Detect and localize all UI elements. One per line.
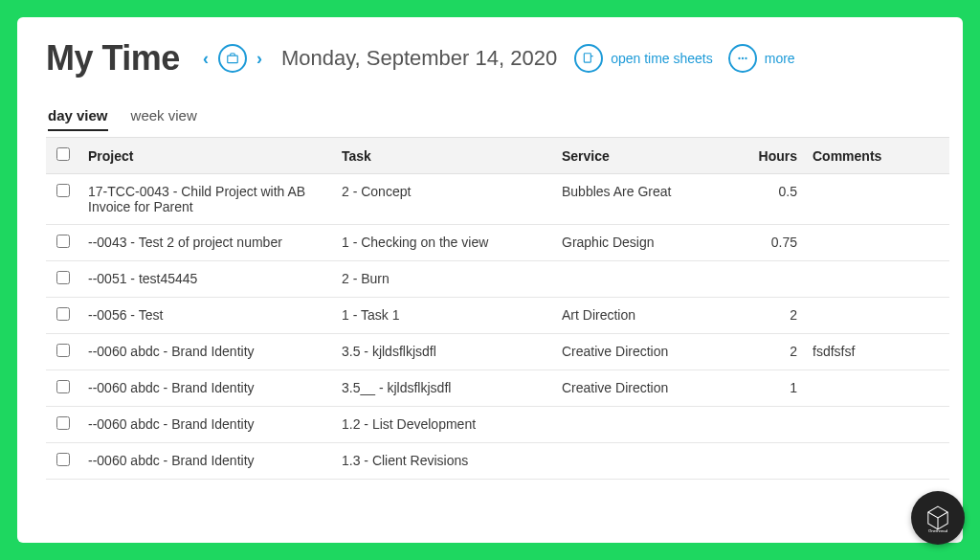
cell-project: --0060 abdc - Brand Identity xyxy=(80,334,334,370)
badge-text: Onethread xyxy=(928,528,948,533)
cell-hours: 2 xyxy=(746,298,805,334)
cell-project: --0060 abdc - Brand Identity xyxy=(80,407,334,443)
cell-task: 1 - Task 1 xyxy=(334,298,554,334)
row-checkbox[interactable] xyxy=(56,416,70,430)
more-icon xyxy=(736,52,749,65)
header-service[interactable]: Service xyxy=(554,138,746,174)
cell-service xyxy=(554,407,746,443)
row-checkbox[interactable] xyxy=(56,380,70,393)
cell-task: 3.5 - kjldsflkjsdfl xyxy=(334,334,554,370)
cell-comments xyxy=(805,174,949,225)
header-checkbox-cell xyxy=(46,138,80,174)
more-link[interactable]: more xyxy=(765,51,795,66)
header-comments[interactable]: Comments xyxy=(805,138,949,174)
cell-service xyxy=(554,261,746,298)
open-sheets-icon-button[interactable] xyxy=(574,44,603,73)
header-hours[interactable]: Hours xyxy=(746,138,805,174)
cell-task: 3.5__ - kjldsflkjsdfl xyxy=(334,370,554,407)
cell-service: Bubbles Are Great xyxy=(554,174,746,225)
svg-rect-1 xyxy=(584,54,590,62)
tab-week-view[interactable]: week view xyxy=(131,107,197,131)
cell-task: 1.3 - Client Revisions xyxy=(334,443,554,480)
sheet-icon xyxy=(582,52,595,65)
table-header-row: Project Task Service Hours Comments xyxy=(46,138,949,174)
table-row[interactable]: 17-TCC-0043 - Child Project with AB Invo… xyxy=(46,174,949,225)
table-row[interactable]: --0051 - test454452 - Burn xyxy=(46,261,949,298)
cell-comments xyxy=(805,225,949,261)
cell-comments xyxy=(805,443,949,480)
cell-project: --0060 abdc - Brand Identity xyxy=(80,443,334,480)
cell-hours xyxy=(746,407,805,443)
cell-service xyxy=(554,443,746,480)
row-checkbox[interactable] xyxy=(56,344,70,357)
header-task[interactable]: Task xyxy=(334,138,554,174)
select-all-checkbox[interactable] xyxy=(56,147,70,161)
row-checkbox[interactable] xyxy=(56,453,70,466)
svg-point-4 xyxy=(745,57,746,59)
table-row[interactable]: --0060 abdc - Brand Identity1.3 - Client… xyxy=(46,443,949,480)
svg-rect-0 xyxy=(228,56,238,63)
table-row[interactable]: --0043 - Test 2 of project number1 - Che… xyxy=(46,225,949,261)
cell-project: 17-TCC-0043 - Child Project with AB Invo… xyxy=(80,174,334,225)
cell-task: 1 - Checking on the view xyxy=(334,225,554,261)
row-checkbox[interactable] xyxy=(56,235,70,248)
cell-comments xyxy=(805,298,949,334)
table-row[interactable]: --0056 - Test1 - Task 1Art Direction2 xyxy=(46,298,949,334)
header: My Time ‹ › Monday, September 14, 2020 o… xyxy=(46,38,949,78)
row-checkbox[interactable] xyxy=(56,271,70,284)
cell-project: --0043 - Test 2 of project number xyxy=(80,225,334,261)
cell-task: 2 - Concept xyxy=(334,174,554,225)
prev-day-button[interactable]: ‹ xyxy=(201,49,211,69)
header-project[interactable]: Project xyxy=(80,138,334,174)
svg-point-3 xyxy=(742,57,744,59)
cell-comments xyxy=(805,370,949,407)
current-date: Monday, September 14, 2020 xyxy=(281,46,557,71)
cell-hours xyxy=(746,261,805,298)
row-checkbox[interactable] xyxy=(56,307,70,321)
time-entries-table: Project Task Service Hours Comments 17-T… xyxy=(46,137,949,480)
cell-hours: 0.75 xyxy=(746,225,805,261)
more-icon-button[interactable] xyxy=(728,44,757,73)
table-row[interactable]: --0060 abdc - Brand Identity1.2 - List D… xyxy=(46,407,949,443)
table-row[interactable]: --0060 abdc - Brand Identity3.5__ - kjld… xyxy=(46,370,949,407)
cell-comments xyxy=(805,407,949,443)
cell-service: Graphic Design xyxy=(554,225,746,261)
page-title: My Time xyxy=(46,38,180,78)
onethread-badge[interactable]: Onethread xyxy=(911,491,965,545)
svg-point-2 xyxy=(738,57,740,59)
tab-day-view[interactable]: day view xyxy=(48,107,108,131)
table-row[interactable]: --0060 abdc - Brand Identity3.5 - kjldsf… xyxy=(46,334,949,370)
cell-hours: 1 xyxy=(746,370,805,407)
cell-hours: 0.5 xyxy=(746,174,805,225)
cell-project: --0060 abdc - Brand Identity xyxy=(80,370,334,407)
next-day-button[interactable]: › xyxy=(255,49,264,69)
calendar-button[interactable] xyxy=(218,44,247,73)
view-tabs: day view week view xyxy=(46,107,949,131)
cell-comments xyxy=(805,261,949,298)
briefcase-icon xyxy=(226,52,239,65)
row-checkbox[interactable] xyxy=(56,184,70,197)
cell-task: 1.2 - List Development xyxy=(334,407,554,443)
cell-project: --0056 - Test xyxy=(80,298,334,334)
cell-hours: 2 xyxy=(746,334,805,370)
cell-project: --0051 - test45445 xyxy=(80,261,334,298)
open-sheets-link[interactable]: open time sheets xyxy=(611,51,713,66)
cell-service: Creative Direction xyxy=(554,370,746,407)
cell-task: 2 - Burn xyxy=(334,261,554,298)
cell-service: Art Direction xyxy=(554,298,746,334)
cell-service: Creative Direction xyxy=(554,334,746,370)
cell-comments: fsdfsfsf xyxy=(805,334,949,370)
cell-hours xyxy=(746,443,805,480)
